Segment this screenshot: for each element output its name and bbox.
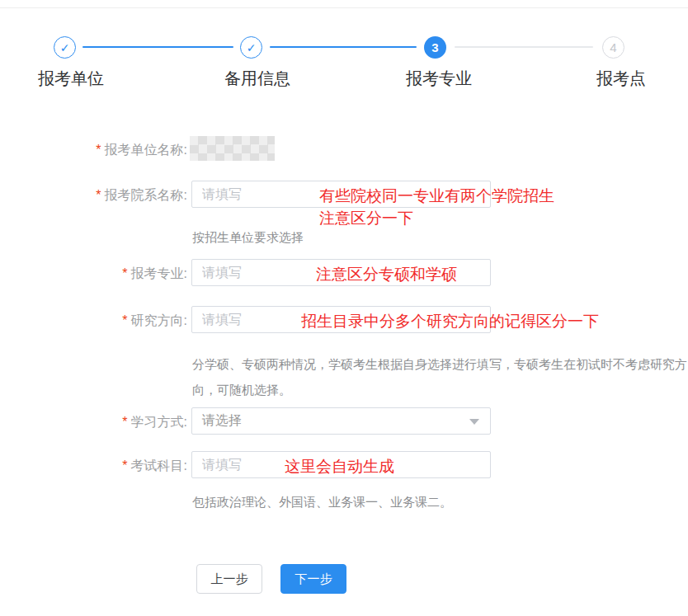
exam-subjects-annotation: 这里会自动生成 <box>285 456 394 477</box>
study-mode-selected-value: 请选择 <box>202 412 242 430</box>
research-direction-annotation: 招生目录中分多个研究方向的记得区分一下 <box>301 311 599 332</box>
step-2-check-icon: ✓ <box>240 36 262 59</box>
application-form-page: ✓ ✓ 3 4 报考单位 备用信息 报考专业 报考点 *报考单位名称: *报考院… <box>0 0 688 616</box>
department-annotation-line1: 有些院校同一专业有两个学院招生 <box>319 186 554 207</box>
check-icon: ✓ <box>60 42 70 54</box>
research-direction-helper-text: 分学硕、专硕两种情况，学硕考生根据自身选择进行填写，专硕考生在初试时不考虑研究方… <box>192 351 688 402</box>
research-direction-label: *研究方向: <box>0 313 187 330</box>
step-connector-2-3 <box>270 46 417 48</box>
step-2-label: 备用信息 <box>224 68 290 90</box>
major-label: *报考专业: <box>0 266 187 283</box>
required-asterisk: * <box>96 188 101 202</box>
next-step-button[interactable]: 下一步 <box>280 564 346 594</box>
exam-subjects-label: *考试科目: <box>0 458 187 475</box>
unit-name-label: *报考单位名称: <box>0 142 187 159</box>
step-3-number-badge: 3 <box>424 36 446 59</box>
unit-name-redacted-value <box>190 136 275 161</box>
step-3-number: 3 <box>431 41 438 54</box>
study-mode-label: *学习方式: <box>0 414 187 431</box>
required-asterisk: * <box>96 143 101 157</box>
required-asterisk: * <box>122 458 127 473</box>
required-asterisk: * <box>122 266 127 280</box>
step-4-label: 报考点 <box>596 68 646 90</box>
step-connector-1-2 <box>82 46 233 48</box>
department-annotation-line2: 注意区分一下 <box>319 208 413 229</box>
step-1-check-icon: ✓ <box>54 36 76 59</box>
previous-step-button[interactable]: 上一步 <box>196 564 262 594</box>
department-helper-text: 按招生单位要求选择 <box>192 230 304 246</box>
step-4-number: 4 <box>610 41 616 54</box>
step-1-label: 报考单位 <box>38 68 104 90</box>
required-asterisk: * <box>122 415 127 429</box>
step-connector-3-4 <box>455 46 593 48</box>
study-mode-select[interactable]: 请选择 <box>191 407 491 435</box>
exam-subjects-helper-text: 包括政治理论、外国语、业务课一、业务课二。 <box>192 495 452 510</box>
required-asterisk: * <box>122 313 127 327</box>
major-annotation: 注意区分专硕和学硕 <box>316 264 457 285</box>
top-divider <box>0 7 688 8</box>
step-3-label: 报考专业 <box>406 68 472 90</box>
step-4-number-badge: 4 <box>602 36 624 59</box>
chevron-down-icon <box>469 419 479 425</box>
department-label: *报考院系名称: <box>0 187 187 205</box>
check-icon: ✓ <box>247 42 257 54</box>
